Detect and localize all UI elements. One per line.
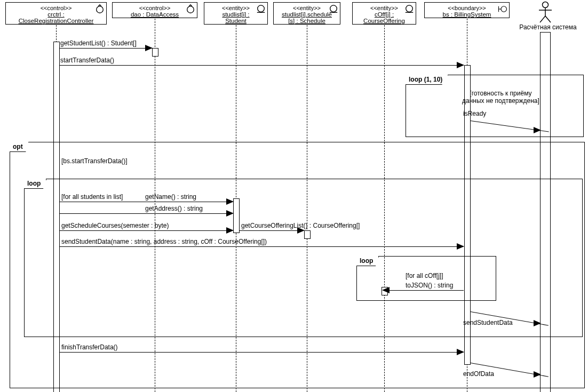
svg-point-0 [97, 6, 104, 13]
message-label: endOfData [463, 370, 494, 378]
entity-icon [329, 4, 338, 14]
participant-student: <<entity>> studlist[i] : Student [204, 2, 268, 25]
message-label: isReady [463, 110, 486, 117]
message-label: getName() : string [145, 193, 196, 201]
message-label: getScheduleCourses(semester : byte) [61, 222, 169, 229]
message-getaddress [59, 213, 233, 214]
svg-point-2 [258, 5, 265, 12]
activation-dao-1 [152, 48, 158, 57]
svg-line-15 [545, 16, 551, 22]
arrowhead [457, 349, 464, 355]
arrowhead [226, 198, 234, 205]
frame-label: loop (1, 10) [406, 75, 448, 85]
participant-schedule: <<entity>> studlist[i].schedule [s] : Sc… [273, 2, 340, 25]
svg-point-6 [406, 5, 413, 12]
arrowhead [534, 127, 541, 133]
control-icon [186, 4, 195, 14]
svg-point-4 [330, 5, 337, 12]
message-label: sendStudentData [463, 319, 513, 326]
message-getname [59, 202, 233, 202]
arrowhead [226, 210, 234, 217]
object-label: studlist[i].schedule [s] : Schedule [277, 11, 337, 24]
participant-bs: <<boundary>> bs : BillingSystem [424, 2, 510, 18]
frame-label: loop [356, 256, 379, 266]
guard-loop2: [for all students in list] [61, 193, 123, 201]
stereotype: <<control>> [9, 5, 103, 11]
frame-label: loop [24, 179, 46, 189]
actor-label: Расчётная система [513, 23, 583, 31]
message-finishtransferdata [59, 352, 464, 353]
stereotype: <<control>> [116, 5, 194, 11]
guard-loop1: [готовность к приёму данных не подтвержд… [462, 90, 539, 105]
message-label: toJSON() : string [406, 282, 453, 289]
entity-icon [404, 4, 414, 14]
control-icon [95, 4, 105, 14]
frame-loop2: loop [24, 179, 583, 337]
sequence-diagram: <<control>> crctrl : CloseRegistrationCo… [0, 0, 588, 392]
message-getcourseofferinglist [240, 230, 304, 231]
message-label: getStudentList() : Student[] [60, 39, 137, 47]
participant-dao: <<control>> dao : DataAccess [112, 2, 197, 18]
object-label: crctrl : CloseRegistrationController [9, 11, 103, 24]
stereotype: <<entity>> [277, 5, 337, 11]
message-label: getAddress() : string [145, 205, 203, 212]
message-starttransferdata [59, 65, 464, 66]
svg-line-14 [540, 16, 545, 22]
message-tojson [388, 290, 464, 291]
guard-loop3: [for all cOff[j]] [406, 272, 443, 279]
arrowhead [382, 287, 390, 293]
boundary-icon [498, 4, 507, 14]
message-getstudentlist [59, 48, 152, 49]
message-sendstudentdata-bs [59, 246, 464, 247]
message-label: finishTransferData() [61, 343, 118, 351]
stereotype: <<boundary>> [428, 5, 506, 11]
actor-icon [537, 1, 553, 23]
arrowhead [457, 243, 464, 250]
object-label: bs : BillingSystem [428, 11, 506, 18]
message-getschedulecourses [59, 230, 233, 231]
arrowhead [145, 45, 153, 51]
arrowhead [534, 320, 541, 326]
message-label: sendStudentData(name : string, address :… [61, 238, 267, 245]
participant-coff: <<entity>> cOff[j] : CourseOffering [352, 2, 416, 25]
arrowhead [226, 227, 234, 234]
svg-point-11 [543, 2, 549, 8]
arrowhead [457, 62, 464, 68]
participant-crctrl: <<control>> crctrl : CloseRegistrationCo… [5, 2, 107, 25]
message-label: startTransferData() [60, 57, 114, 64]
arrowhead [534, 371, 541, 378]
frame-loop1: loop (1, 10) [406, 75, 584, 137]
svg-point-10 [501, 6, 507, 12]
object-label: dao : DataAccess [116, 11, 194, 18]
entity-icon [256, 4, 266, 14]
frame-label: opt [10, 142, 29, 152]
guard-opt: [bs.startTransferData()] [61, 157, 128, 165]
message-label: getCourseOfferingList() : CourseOffering… [241, 222, 360, 229]
svg-point-1 [187, 6, 194, 13]
